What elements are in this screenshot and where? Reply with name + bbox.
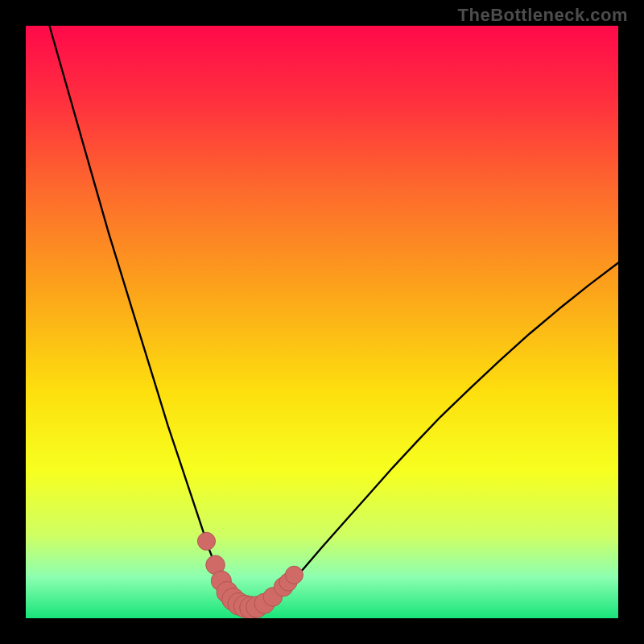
- gradient-background: [26, 26, 618, 618]
- curve-marker: [197, 532, 215, 550]
- curve-marker: [285, 566, 303, 584]
- plot-area: [26, 26, 618, 618]
- chart-frame: TheBottleneck.com: [0, 0, 644, 644]
- chart-svg: [26, 26, 618, 618]
- watermark-text: TheBottleneck.com: [458, 5, 628, 26]
